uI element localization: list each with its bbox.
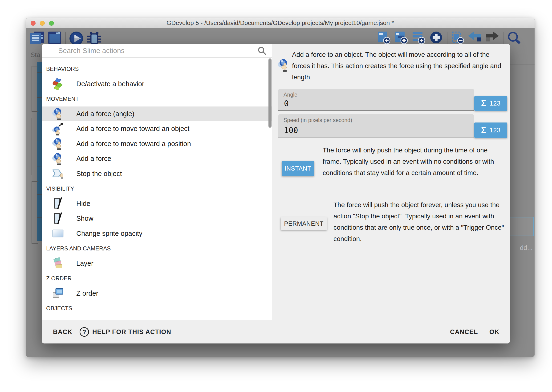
- force-icon: [51, 152, 64, 166]
- list-item-partial[interactable]: [42, 316, 272, 321]
- list-item-add-force[interactable]: Add a force: [42, 151, 272, 166]
- section-header-behaviors: BEHAVIORS: [42, 62, 272, 77]
- hide-icon: [51, 197, 64, 210]
- permanent-description: The force will push the object forever, …: [333, 199, 510, 245]
- action-description: Add a force to an object. The object wil…: [292, 49, 508, 83]
- list-item-show[interactable]: Show: [42, 211, 272, 226]
- opacity-icon: [51, 227, 64, 240]
- permanent-button[interactable]: PERMANENT: [281, 217, 327, 230]
- toolbar-divider: [447, 32, 448, 44]
- debugger-icon[interactable]: [87, 31, 102, 46]
- angle-field-label: Angle: [283, 92, 297, 98]
- background-scene-tab: Sta: [31, 51, 40, 59]
- z-order-icon: [51, 287, 64, 300]
- section-header-movement: MOVEMENT: [42, 91, 272, 106]
- help-button[interactable]: HELP FOR THIS ACTION: [92, 320, 171, 343]
- force-icon: [51, 107, 64, 121]
- section-header-visibility: VISIBILITY: [42, 181, 272, 196]
- search-events-icon[interactable]: [507, 31, 521, 45]
- actions-list: BEHAVIORS De/activate a behavior MOVEMEN…: [42, 58, 272, 320]
- list-item-deactivate-behavior[interactable]: De/activate a behavior: [42, 77, 272, 92]
- list-item-add-force-toward-object[interactable]: Add a force to move toward an object: [42, 121, 272, 136]
- instant-button[interactable]: INSTANT: [282, 161, 314, 176]
- sigma-icon: Σ: [481, 125, 486, 135]
- list-item-hide[interactable]: Hide: [42, 196, 272, 211]
- add-event-icon[interactable]: [377, 31, 390, 44]
- help-icon[interactable]: ?: [80, 327, 89, 337]
- redo-icon[interactable]: [486, 31, 499, 42]
- project-manager-icon[interactable]: [30, 31, 44, 45]
- force-icon: [277, 58, 290, 72]
- action-editor-dialog: BEHAVIORS De/activate a behavior MOVEMEN…: [42, 44, 510, 343]
- toolbar-divider: [65, 32, 66, 44]
- delete-event-icon[interactable]: [451, 31, 464, 44]
- list-item-add-force-toward-position[interactable]: Add a force to move toward a position: [42, 136, 272, 152]
- list-item-change-sprite-opacity[interactable]: Change sprite opacity: [42, 226, 272, 241]
- force-icon: [51, 137, 64, 151]
- speed-expression-button[interactable]: Σ 123: [474, 123, 507, 138]
- show-icon: [51, 212, 64, 225]
- add-new-icon[interactable]: [429, 31, 443, 44]
- scene-editor-icon[interactable]: [48, 31, 62, 44]
- list-item-add-force-angle[interactable]: Add a force (angle): [42, 106, 272, 122]
- action-details-panel: Add a force to an object. The object wil…: [272, 44, 510, 320]
- section-header-layers-cameras: LAYERS AND CAMERAS: [42, 241, 272, 256]
- background-event-outline: [32, 66, 38, 112]
- background-selected-event: [510, 217, 534, 236]
- force-toward-object-icon: [51, 122, 64, 136]
- section-header-z-order: Z ORDER: [42, 271, 272, 286]
- background-event-blocks: [37, 62, 42, 241]
- behavior-icon: [51, 77, 64, 91]
- search-icon: [258, 46, 266, 55]
- layer-icon: [51, 257, 64, 270]
- search-row: [42, 44, 272, 58]
- list-item-z-order[interactable]: Z order: [42, 286, 272, 301]
- speed-field[interactable]: Speed (in pixels per second): [278, 114, 474, 138]
- angle-expression-button[interactable]: Σ 123: [474, 96, 507, 111]
- cancel-button[interactable]: CANCEL: [450, 320, 478, 343]
- angle-field-input[interactable]: [283, 99, 466, 108]
- angle-field[interactable]: Angle: [278, 89, 474, 111]
- play-icon[interactable]: [69, 31, 84, 46]
- actions-list-panel: BEHAVIORS De/activate a behavior MOVEMEN…: [42, 44, 272, 320]
- add-comment-icon[interactable]: [412, 31, 425, 44]
- list-scrollbar[interactable]: [269, 58, 271, 128]
- undo-icon[interactable]: [468, 31, 481, 42]
- objects-icon: [51, 316, 64, 320]
- ok-button[interactable]: OK: [489, 320, 499, 343]
- dialog-footer: BACK ? HELP FOR THIS ACTION CANCEL OK: [42, 320, 510, 343]
- add-subevent-icon[interactable]: [395, 31, 408, 44]
- speed-field-input[interactable]: [283, 126, 466, 135]
- section-header-objects: OBJECTS: [42, 301, 272, 316]
- background-add-link: dd...: [520, 244, 533, 252]
- titlebar: GDevelop 5 - /Users/david/Documents/GDev…: [26, 18, 535, 28]
- toolbar-divider: [503, 32, 504, 44]
- window-title: GDevelop 5 - /Users/david/Documents/GDev…: [26, 18, 535, 28]
- background-event-outline: [32, 181, 38, 244]
- speed-field-label: Speed (in pixels per second): [283, 117, 352, 123]
- search-input[interactable]: [58, 45, 256, 56]
- list-item-stop-object[interactable]: Stop the object: [42, 166, 272, 181]
- sigma-icon: Σ: [481, 98, 486, 108]
- background-event-outline: [32, 118, 38, 175]
- instant-description: The force will only push the object duri…: [323, 145, 506, 179]
- list-item-layer[interactable]: Layer: [42, 256, 272, 271]
- stop-icon: [51, 167, 64, 181]
- back-button[interactable]: BACK: [53, 320, 72, 343]
- background-event-rows: dd...: [510, 47, 535, 259]
